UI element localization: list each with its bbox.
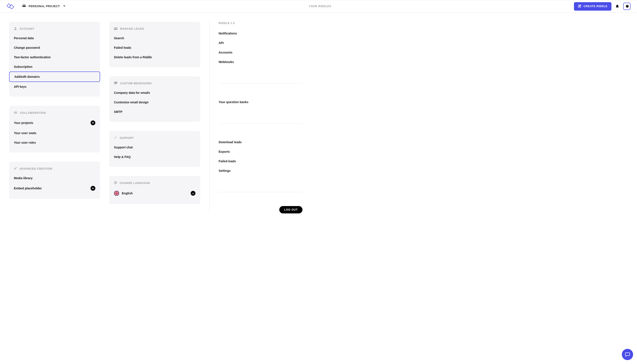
divider (218, 192, 302, 192)
plus-icon (92, 187, 94, 190)
leads-card-header: MANAGE LEADS (109, 27, 200, 33)
divider (218, 123, 302, 124)
svg-point-1 (22, 5, 24, 6)
logout-row: LOG OUT (218, 206, 302, 214)
create-riddle-label: CREATE RIDDLE (584, 5, 608, 8)
sidebar-qbank: Your question banks (218, 97, 302, 107)
account-card-header: ACCOUNT (9, 27, 100, 33)
chevron-down-icon (62, 4, 66, 8)
sidebar-notifications[interactable]: Notifications (218, 28, 302, 38)
menu-embed-placeholder[interactable]: Embed placeholder (9, 183, 100, 194)
menu-delete-leads[interactable]: Delete leads from a Riddle (109, 52, 200, 62)
header-right: CREATE RIDDLE (574, 2, 630, 10)
page-title: YOUR RIDDLES (309, 5, 331, 8)
edit-icon (578, 4, 581, 8)
sidebar-exports[interactable]: Exports (218, 147, 302, 156)
support-card: SUPPORT Support chat Help & FAQ (109, 131, 200, 167)
svg-point-3 (15, 27, 16, 28)
collaboration-card: COLLABORATION Your projects Your user se… (9, 106, 100, 152)
collaboration-card-header: COLLABORATION (9, 111, 100, 118)
wrench-icon (114, 136, 117, 140)
language-card-header: CHANGE LANGUAGE (109, 181, 200, 188)
logo-icon (6, 3, 16, 10)
advanced-card-header: ADVANCED CREATION (9, 167, 100, 173)
menu-subscription[interactable]: Subscription (9, 62, 100, 72)
user-icon (14, 27, 17, 31)
sidebar-question-banks[interactable]: Your question banks (218, 97, 302, 107)
collaboration-card-title: COLLABORATION (20, 111, 46, 114)
bell-icon (615, 4, 619, 8)
plus-icon (92, 122, 94, 124)
add-project-button[interactable] (90, 120, 95, 125)
language-label: English (122, 192, 133, 195)
notifications-button[interactable] (615, 4, 619, 8)
leads-card: MANAGE LEADS Search Failed leads Delete … (109, 22, 200, 67)
advanced-card-title: ADVANCED CREATION (20, 167, 52, 170)
account-card-title: ACCOUNT (20, 27, 34, 30)
menu-media-library[interactable]: Media library (9, 173, 100, 183)
language-card: CHANGE LANGUAGE English (109, 176, 200, 204)
mail-icon (114, 27, 118, 31)
menu-smtp[interactable]: SMTP (109, 107, 200, 116)
settings-column-3: RIDDLE 1.0 Notifications API Accounts We… (209, 22, 302, 214)
messaging-card: CUSTOM MESSAGING Company data for emails… (109, 76, 200, 122)
messaging-card-header: CUSTOM MESSAGING (109, 82, 200, 88)
svg-point-0 (24, 4, 25, 6)
svg-point-2 (25, 5, 26, 6)
pencil-icon (14, 167, 17, 171)
app-logo[interactable] (6, 3, 16, 10)
language-current: English (114, 191, 133, 196)
people-icon (22, 4, 26, 8)
sidebar-api[interactable]: API (218, 38, 302, 48)
language-expand-button[interactable] (191, 191, 196, 196)
sidebar-accounts[interactable]: Accounts (218, 48, 302, 57)
riddle10-title: RIDDLE 1.0 (218, 22, 302, 28)
menu-two-factor[interactable]: Two-factor authentication (9, 52, 100, 62)
menu-customize-email[interactable]: Customize email design (109, 98, 200, 107)
svg-point-6 (16, 112, 17, 112)
advanced-card: ADVANCED CREATION Media library Embed pl… (9, 162, 100, 199)
create-riddle-button[interactable]: CREATE RIDDLE (574, 2, 612, 10)
menu-add-edit-domains[interactable]: Add/edit domains (9, 72, 100, 82)
support-card-title: SUPPORT (120, 136, 134, 140)
gear-icon (625, 4, 629, 8)
app-header: PERSONAL PROJECT YOUR RIDDLES CREATE RID… (0, 0, 637, 12)
uk-flag-icon (114, 191, 119, 196)
sidebar-settings[interactable]: Settings (218, 166, 302, 176)
menu-user-roles[interactable]: Your user roles (9, 138, 100, 147)
leads-card-title: MANAGE LEADS (120, 27, 144, 30)
settings-main: ACCOUNT Personal data Change password Tw… (0, 12, 637, 222)
language-selector[interactable]: English (109, 188, 200, 199)
support-card-header: SUPPORT (109, 136, 200, 142)
sidebar-riddle10: RIDDLE 1.0 Notifications API Accounts We… (218, 22, 302, 67)
menu-support-chat[interactable]: Support chat (109, 142, 200, 152)
menu-api-keys[interactable]: API keys (9, 82, 100, 92)
menu-company-data[interactable]: Company data for emails (109, 88, 200, 98)
menu-failed-leads[interactable]: Failed leads (109, 43, 200, 52)
menu-help-faq[interactable]: Help & FAQ (109, 152, 200, 162)
language-card-title: CHANGE LANGUAGE (120, 182, 150, 184)
divider (218, 83, 302, 84)
settings-button[interactable] (623, 2, 630, 10)
svg-point-5 (14, 112, 15, 112)
project-selector[interactable]: PERSONAL PROJECT (22, 4, 66, 8)
sidebar-failed-leads[interactable]: Failed leads (218, 156, 302, 166)
menu-user-seats[interactable]: Your user seats (9, 128, 100, 138)
sidebar-webhooks[interactable]: Webhooks (218, 57, 302, 67)
people-icon (14, 111, 17, 115)
sidebar-download-leads[interactable]: Download leads (218, 137, 302, 147)
globe-icon (114, 181, 117, 185)
svg-point-4 (15, 111, 16, 112)
project-name: PERSONAL PROJECT (28, 5, 60, 8)
sidebar-other: Download leads Exports Failed leads Sett… (218, 137, 302, 176)
menu-change-password[interactable]: Change password (9, 43, 100, 52)
messaging-card-title: CUSTOM MESSAGING (120, 82, 152, 85)
add-embed-button[interactable] (90, 186, 95, 191)
chat-icon (114, 82, 118, 85)
menu-personal-data[interactable]: Personal data (9, 33, 100, 43)
menu-your-projects[interactable]: Your projects (9, 118, 100, 128)
logout-button[interactable]: LOG OUT (279, 206, 302, 214)
menu-search-leads[interactable]: Search (109, 33, 200, 43)
settings-column-2: MANAGE LEADS Search Failed leads Delete … (109, 22, 200, 214)
account-card: ACCOUNT Personal data Change password Tw… (9, 22, 100, 97)
